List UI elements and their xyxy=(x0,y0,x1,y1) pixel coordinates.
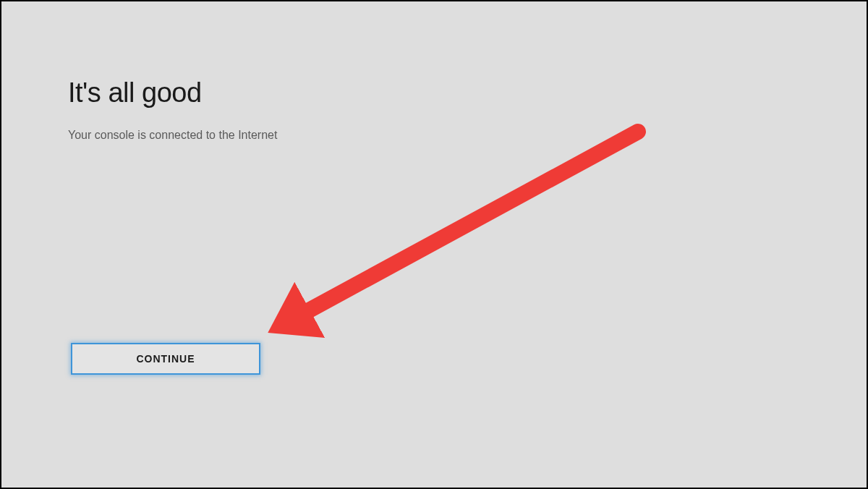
continue-button-label: CONTINUE xyxy=(136,353,195,365)
page-content: It's all good Your console is connected … xyxy=(68,77,277,142)
continue-button[interactable]: CONTINUE xyxy=(71,343,260,375)
page-subtitle: Your console is connected to the Interne… xyxy=(68,129,277,142)
svg-line-0 xyxy=(294,132,638,318)
annotation-arrow-icon xyxy=(1,1,868,489)
page-title: It's all good xyxy=(68,77,277,109)
